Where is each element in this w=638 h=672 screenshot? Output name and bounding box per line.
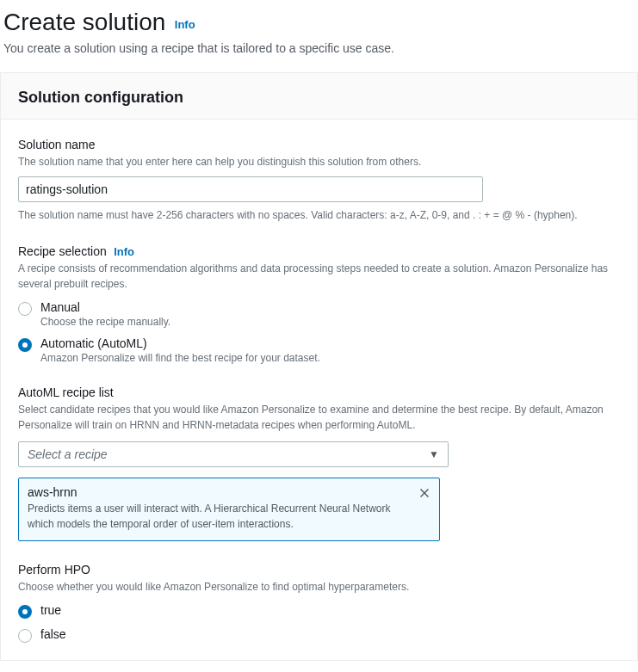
solution-config-panel: Solution configuration Solution name The…	[0, 72, 638, 661]
radio-icon-selected	[18, 605, 32, 619]
automl-recipe-list-label: AutoML recipe list	[18, 385, 114, 399]
automl-recipe-list-field: AutoML recipe list Select candidate reci…	[18, 385, 620, 541]
perform-hpo-label: Perform HPO	[18, 563, 90, 576]
panel-title: Solution configuration	[18, 89, 620, 107]
recipe-automatic-radio[interactable]: Automatic (AutoML) Amazon Personalize wi…	[18, 336, 620, 364]
recipe-manual-label: Manual	[40, 300, 170, 314]
info-link[interactable]: Info	[114, 245, 134, 258]
info-link[interactable]: Info	[175, 18, 195, 31]
page-subtitle: You create a solution using a recipe tha…	[3, 41, 635, 55]
page-title: Create solution	[3, 9, 165, 35]
solution-name-field: Solution name The solution name that you…	[18, 137, 620, 223]
radio-icon-selected	[18, 338, 32, 352]
close-icon[interactable]	[417, 485, 432, 501]
hpo-true-radio[interactable]: true	[18, 603, 620, 619]
solution-name-input[interactable]	[18, 176, 483, 202]
recipe-token-name: aws-hrnn	[28, 485, 430, 499]
radio-icon	[18, 302, 32, 316]
recipe-token-aws-hrnn: aws-hrnn Predicts items a user will inte…	[18, 478, 440, 541]
recipe-select[interactable]: Select a recipe ▼	[18, 441, 449, 467]
perform-hpo-description: Choose whether you would like Amazon Per…	[18, 579, 620, 595]
recipe-manual-description: Choose the recipe manually.	[40, 316, 170, 328]
panel-header: Solution configuration	[1, 73, 637, 120]
recipe-automatic-description: Amazon Personalize will find the best re…	[40, 352, 320, 364]
solution-name-label: Solution name	[18, 138, 96, 151]
recipe-selection-field: Recipe selection Info A recipe consists …	[18, 244, 620, 364]
solution-name-description: The solution name that you enter here ca…	[18, 154, 620, 170]
chevron-down-icon: ▼	[429, 448, 439, 460]
footer-actions: Cancel Next	[0, 661, 638, 672]
hpo-true-label: true	[40, 603, 61, 617]
radio-icon	[18, 629, 32, 643]
perform-hpo-field: Perform HPO Choose whether you would lik…	[18, 562, 620, 643]
recipe-selection-description: A recipe consists of recommendation algo…	[18, 261, 620, 292]
solution-name-constraint: The solution name must have 2-256 charac…	[18, 207, 620, 223]
recipe-automatic-label: Automatic (AutoML)	[40, 336, 320, 350]
automl-recipe-list-description: Select candidate recipes that you would …	[18, 402, 620, 433]
hpo-false-radio[interactable]: false	[18, 627, 620, 643]
recipe-token-description: Predicts items a user will interact with…	[28, 501, 430, 532]
recipe-selection-label: Recipe selection	[18, 244, 107, 258]
hpo-false-label: false	[40, 627, 66, 641]
recipe-select-placeholder: Select a recipe	[28, 447, 108, 461]
recipe-manual-radio[interactable]: Manual Choose the recipe manually.	[18, 300, 620, 328]
